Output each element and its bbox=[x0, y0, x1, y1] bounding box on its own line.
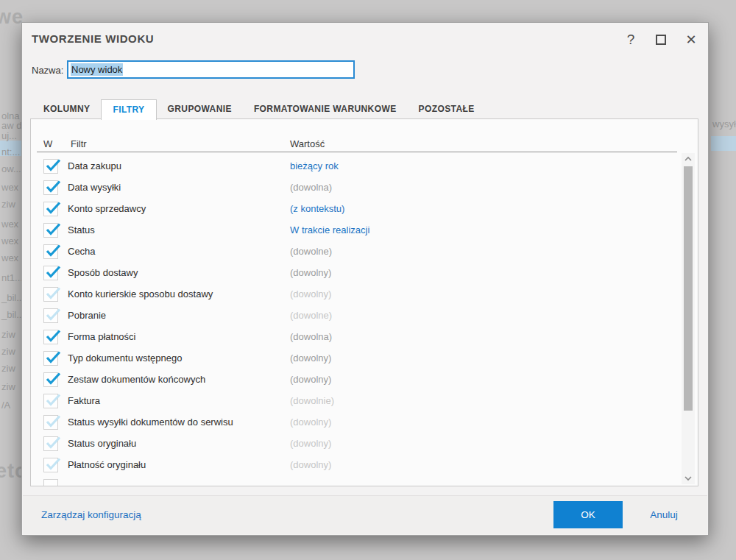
backdrop-text-fragment: uj... bbox=[1, 130, 17, 141]
tab-grupowanie[interactable]: GRUPOWANIE bbox=[157, 99, 243, 119]
row-checkbox-checked[interactable] bbox=[43, 202, 58, 216]
header-divider bbox=[37, 152, 677, 152]
scrollbar-thumb[interactable] bbox=[684, 166, 693, 411]
scroll-down-icon[interactable] bbox=[683, 473, 693, 483]
filter-label: Faktura bbox=[68, 395, 100, 406]
filter-value[interactable]: (dowolna) bbox=[290, 182, 332, 193]
backdrop-text-fragment: wex bbox=[1, 219, 18, 230]
column-header-visible: W bbox=[43, 138, 52, 149]
backdrop-highlight-row bbox=[711, 136, 736, 151]
maximize-icon bbox=[656, 35, 666, 45]
row-checkbox-unchecked[interactable] bbox=[43, 308, 58, 323]
maximize-button[interactable] bbox=[650, 29, 672, 51]
row-checkbox-checked[interactable] bbox=[43, 330, 58, 344]
row-checkbox-unchecked[interactable] bbox=[43, 436, 58, 451]
table-row: StatusW trakcie realizacji bbox=[31, 220, 679, 241]
backdrop-text-fragment: ziw bbox=[1, 346, 15, 357]
backdrop-text-fragment: ziw bbox=[1, 199, 15, 210]
manage-configuration-link[interactable]: Zarządzaj konfiguracją bbox=[41, 509, 141, 520]
table-row: Data wysyłki(dowolna) bbox=[31, 177, 679, 199]
close-button[interactable]: ✕ bbox=[680, 29, 702, 51]
row-checkbox-checked[interactable] bbox=[43, 372, 58, 387]
filter-value[interactable]: (dowolne) bbox=[290, 310, 332, 321]
row-checkbox-unchecked[interactable] bbox=[43, 287, 58, 302]
row-checkbox-unchecked[interactable] bbox=[43, 394, 58, 408]
backdrop-text-fragment: nt1... bbox=[1, 272, 23, 283]
backdrop-text-fragment: we bbox=[0, 6, 24, 29]
name-field-label: Nazwa: bbox=[32, 65, 63, 76]
filter-value[interactable]: (dowolny) bbox=[290, 288, 331, 300]
filter-label: Data wysyłki bbox=[68, 182, 121, 193]
backdrop-text-fragment: ziw bbox=[1, 329, 15, 340]
name-input[interactable]: Nowy widok bbox=[67, 60, 355, 79]
table-row: Pobranie(dowolne) bbox=[31, 305, 679, 327]
tab-pozosta-e[interactable]: POZOSTAŁE bbox=[408, 99, 486, 119]
filter-value[interactable]: (dowolne) bbox=[290, 246, 332, 257]
filter-label: Pobranie bbox=[68, 310, 106, 321]
filter-value[interactable]: W trakcie realizacji bbox=[290, 224, 369, 235]
row-checkbox-unchecked[interactable] bbox=[43, 415, 58, 430]
tab-formatowanie-warunkowe[interactable]: FORMATOWANIE WARUNKOWE bbox=[243, 99, 408, 119]
table-row: Konto sprzedawcy(z kontekstu) bbox=[31, 199, 679, 220]
row-checkbox-checked[interactable] bbox=[43, 180, 58, 195]
filter-label: Cecha bbox=[68, 246, 96, 257]
table-row: Faktura(dowolnie) bbox=[31, 391, 679, 412]
cancel-button[interactable]: Anuluj bbox=[620, 509, 708, 520]
backdrop-text-fragment: wex bbox=[1, 235, 18, 247]
table-row: Status oryginału(dowolny) bbox=[31, 433, 679, 455]
filter-label: Konto kurierskie sposobu dostawy bbox=[68, 288, 213, 300]
row-checkbox-partial bbox=[43, 479, 58, 486]
table-row: Cecha(dowolne) bbox=[31, 241, 679, 263]
tab-filtry[interactable]: FILTRY bbox=[101, 99, 156, 120]
scroll-up-icon[interactable] bbox=[683, 154, 693, 164]
filter-value[interactable]: (dowolnie) bbox=[290, 395, 334, 406]
table-row: Typ dokumentu wstępnego(dowolny) bbox=[31, 348, 679, 369]
row-checkbox-checked[interactable] bbox=[43, 266, 58, 280]
filter-value[interactable]: (dowolny) bbox=[290, 267, 331, 278]
row-checkbox-unchecked[interactable] bbox=[43, 458, 58, 472]
backdrop-text-fragment: wysył... bbox=[712, 118, 736, 130]
backdrop-text-fragment: ziw bbox=[1, 381, 15, 392]
row-checkbox-checked[interactable] bbox=[43, 244, 58, 259]
backdrop-text-fragment: wex bbox=[1, 252, 18, 263]
table-row: Forma płatności(dowolna) bbox=[31, 327, 679, 348]
filter-rows: Data zakupubieżący rokData wysyłki(dowol… bbox=[31, 156, 679, 476]
row-checkbox-checked[interactable] bbox=[43, 223, 58, 238]
filter-label: Płatność oryginału bbox=[68, 459, 146, 470]
filter-value[interactable]: (dowolna) bbox=[290, 331, 332, 342]
column-header-value: Wartość bbox=[290, 138, 325, 149]
filter-value[interactable]: (dowolny) bbox=[290, 374, 331, 385]
filter-label: Data zakupu bbox=[68, 160, 121, 171]
table-row: Data zakupubieżący rok bbox=[31, 156, 679, 177]
filter-value[interactable]: (dowolny) bbox=[290, 459, 331, 470]
filter-value[interactable]: bieżący rok bbox=[290, 160, 339, 171]
filter-value[interactable]: (dowolny) bbox=[290, 438, 331, 449]
filter-label: Typ dokumentu wstępnego bbox=[68, 352, 182, 364]
table-row: Zestaw dokumentów końcowych(dowolny) bbox=[31, 369, 679, 391]
row-checkbox-checked[interactable] bbox=[43, 351, 58, 366]
tab-strip: KOLUMNYFILTRYGRUPOWANIEFORMATOWANIE WARU… bbox=[32, 99, 486, 120]
filter-value[interactable]: (dowolny) bbox=[290, 352, 331, 364]
table-row: Konto kurierskie sposobu dostawy(dowolny… bbox=[31, 284, 679, 305]
filter-label: Status oryginału bbox=[68, 438, 136, 449]
table-row: Sposób dostawy(dowolny) bbox=[31, 263, 679, 284]
filter-label: Zestaw dokumentów końcowych bbox=[68, 374, 205, 385]
create-view-dialog: TWORZENIE WIDOKU ? ✕ Nazwa: Nowy widok K… bbox=[21, 22, 709, 536]
tab-kolumny[interactable]: KOLUMNY bbox=[32, 99, 101, 119]
help-button[interactable]: ? bbox=[620, 29, 642, 51]
filter-label: Forma płatności bbox=[68, 331, 135, 342]
row-checkbox-checked[interactable] bbox=[43, 159, 58, 174]
ok-button[interactable]: OK bbox=[553, 501, 623, 528]
filter-value[interactable]: (z kontekstu) bbox=[290, 203, 344, 214]
filter-label: Status wysyłki dokumentów do serwisu bbox=[68, 417, 233, 428]
backdrop-text-fragment: aw d bbox=[1, 120, 21, 131]
filter-label: Sposób dostawy bbox=[68, 267, 138, 278]
backdrop-text-fragment: wex bbox=[1, 182, 18, 193]
backdrop-text-fragment: /A bbox=[1, 400, 10, 411]
backdrop-text-fragment: ow... bbox=[1, 163, 21, 174]
table-row: Płatność oryginału(dowolny) bbox=[31, 455, 679, 476]
backdrop-text-fragment: nt:... bbox=[1, 146, 20, 157]
filter-value[interactable]: (dowolny) bbox=[290, 417, 331, 428]
name-input-selected-text: Nowy widok bbox=[71, 63, 123, 76]
scrollbar[interactable] bbox=[682, 153, 695, 484]
